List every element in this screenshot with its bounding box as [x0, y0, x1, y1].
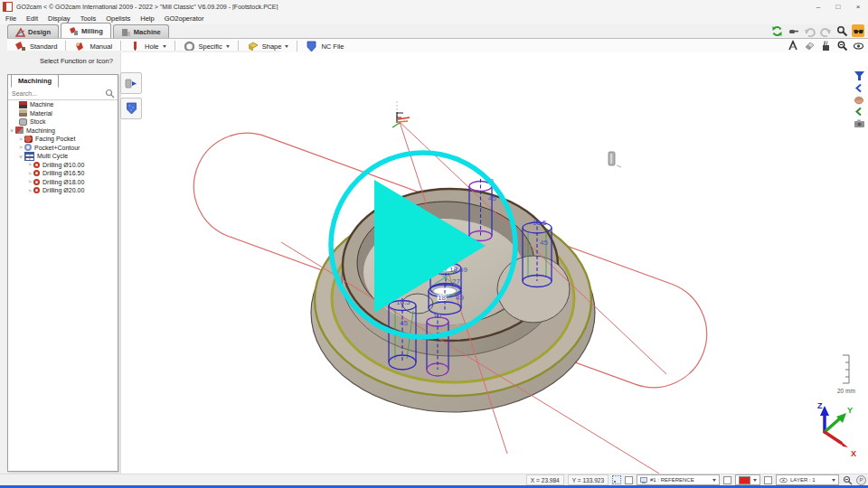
tab-milling[interactable]: Milling [61, 23, 111, 38]
tree-item-drilling-10[interactable]: > Drilling Ø10.00 [8, 161, 118, 170]
right-toolbar [852, 70, 866, 128]
simulation-button[interactable] [120, 72, 142, 94]
tree-item-multi-cycle[interactable]: v Multi Cycle [8, 152, 118, 161]
axis-x-label: X [851, 449, 856, 458]
tree-item-drilling-16-5[interactable]: > Drilling Ø16.50 [8, 169, 118, 178]
tree-item-material[interactable]: Material [8, 109, 118, 118]
tree-label: Pocket+Contour [34, 145, 80, 151]
tree-item-drilling-18[interactable]: > Drilling Ø18.00 [8, 178, 118, 187]
design-icon [15, 27, 25, 37]
dropdown-caret-icon[interactable] [285, 45, 288, 48]
layer-checkbox[interactable] [764, 476, 772, 484]
y-coordinate: Y = 133.923 [568, 474, 609, 485]
tab-design-label: Design [28, 28, 51, 36]
multi-cycle-icon [24, 152, 34, 161]
tree-label: Drilling Ø10.00 [42, 162, 84, 168]
tree-item-drilling-20[interactable]: > Drilling Ø20.00 [8, 186, 118, 195]
camera-capture-icon[interactable] [852, 117, 866, 128]
tree-item-pocket-contour[interactable]: > Pocket+Contour [8, 144, 118, 153]
toolbar-button-ncfile[interactable]: NC File [298, 40, 351, 52]
dim-label: 16.5 [396, 298, 410, 306]
visibility-eye-icon[interactable] [852, 39, 864, 52]
panel-tab-label: Machining [18, 77, 52, 85]
reference-checkbox[interactable] [625, 476, 633, 484]
pointer-hand-icon[interactable] [787, 24, 799, 37]
tree-item-stock[interactable]: Stock [8, 117, 118, 127]
dropdown-caret-icon[interactable] [163, 45, 166, 48]
tree-item-machining[interactable]: v Machining [8, 127, 118, 136]
menu-display[interactable]: Display [48, 14, 71, 23]
drilling-icon [33, 187, 40, 193]
x-coordinate: X = 23.984 [526, 474, 564, 485]
color-dropdown[interactable] [735, 474, 760, 485]
tab-machining-panel[interactable]: Machining [11, 74, 59, 88]
filter-icon[interactable] [852, 70, 866, 81]
expander[interactable]: > [26, 162, 33, 167]
search-input[interactable] [8, 89, 105, 98]
close-button[interactable]: × [848, 3, 868, 11]
tab-design[interactable]: Design [7, 24, 59, 38]
undo-icon[interactable] [803, 24, 816, 37]
zoom-search-icon[interactable] [835, 24, 848, 37]
menu-edit[interactable]: Edit [26, 14, 38, 23]
side-pocket-cut [497, 256, 570, 323]
grid-snap-icon[interactable] [612, 475, 621, 484]
tree-label: Machine [30, 101, 53, 108]
zoom-attributes-icon[interactable] [843, 475, 853, 485]
dim-label: 18.69 [449, 266, 468, 274]
ribbon-tabs: Design Milling Machine [7, 24, 169, 38]
collapse-left-green-icon[interactable] [852, 106, 866, 117]
viewport-canvas[interactable]: 10 45 16.5 45 18.69 27 [121, 52, 868, 474]
pens-pot-icon[interactable] [819, 39, 832, 52]
expander[interactable]: > [17, 145, 24, 150]
expander[interactable]: > [26, 179, 33, 184]
menu-go2operator[interactable]: GO2operator [165, 14, 204, 23]
menu-help[interactable]: Help [140, 14, 154, 23]
hand-grab-icon[interactable] [852, 94, 866, 105]
machining-icon [15, 127, 24, 134]
tree-label: Drilling Ø18.00 [42, 179, 84, 185]
layer-dropdown[interactable]: LAYER : 1 [776, 474, 839, 485]
dropdown-caret-icon[interactable] [226, 45, 230, 48]
menu-file[interactable]: File [5, 14, 16, 23]
pocket-contour-icon [24, 144, 32, 151]
menu-bar: File Edit Display Tools Opelists Help GO… [0, 13, 868, 24]
expander[interactable]: > [26, 171, 33, 176]
part-model[interactable] [311, 189, 595, 412]
expander[interactable]: v [8, 127, 15, 133]
caret-down-icon [753, 479, 757, 482]
tree-item-facing-pocket[interactable]: > Facing Pocket [8, 135, 118, 144]
expander[interactable]: > [26, 188, 33, 193]
color-checkbox[interactable] [723, 476, 731, 484]
tree-item-machine[interactable]: Machine [8, 100, 118, 109]
tab-milling-label: Milling [81, 27, 103, 35]
search-bar [8, 87, 118, 100]
milling-icon [69, 26, 79, 36]
regen-sync-icon[interactable] [770, 24, 783, 37]
y-value: 133.923 [583, 477, 605, 483]
glasses-view-icon[interactable] [852, 24, 864, 37]
measure-tools-icon[interactable] [787, 39, 799, 52]
tree-label: Facing Pocket [35, 136, 75, 142]
tab-machine[interactable]: Machine [113, 24, 169, 38]
layer-eye-icon [779, 477, 788, 483]
expander[interactable]: > [17, 136, 24, 142]
operator-p-icon[interactable]: P [856, 475, 866, 485]
viewport-3d[interactable]: 10 45 16.5 45 18.69 27 [120, 52, 868, 474]
redo-icon[interactable] [819, 24, 832, 37]
minimize-button[interactable]: – [808, 3, 828, 11]
menu-tools[interactable]: Tools [80, 14, 97, 23]
maximize-button[interactable]: □ [828, 3, 848, 11]
tree-label: Material [30, 110, 52, 117]
zoom-window-icon[interactable] [835, 39, 848, 52]
nc-file-shield-icon [306, 41, 317, 52]
nc-shield-button[interactable] [120, 98, 142, 119]
menu-opelists[interactable]: Opelists [106, 14, 130, 23]
eraser-icon[interactable] [803, 39, 816, 52]
layer-value: LAYER : 1 [790, 477, 829, 483]
dim-label: 27 [452, 277, 460, 286]
collapse-left-blue-icon[interactable] [852, 82, 866, 93]
dim-label: 18 [438, 294, 446, 302]
expander[interactable]: v [17, 154, 24, 159]
reference-plane-dropdown[interactable]: #1 : REFERENCE [637, 474, 720, 485]
